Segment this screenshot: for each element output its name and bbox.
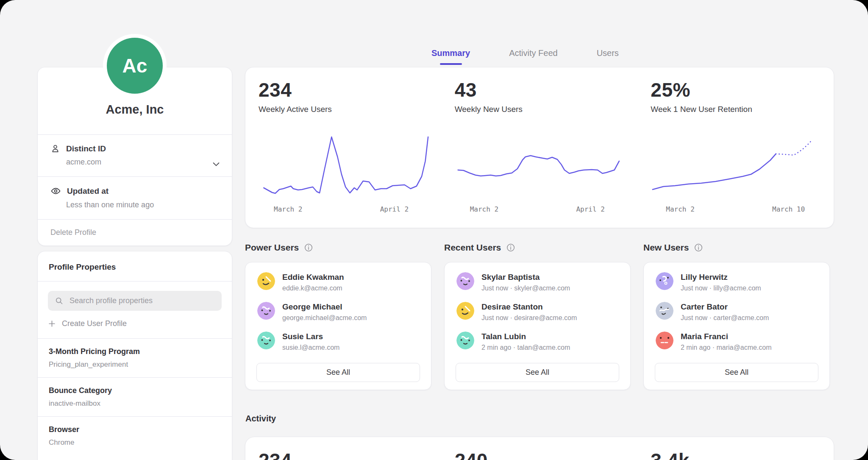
property-name: Browser (49, 425, 221, 434)
updated-at-value: Less than one minute ago (66, 201, 221, 209)
x-tick: March 2 (274, 205, 302, 213)
tab-activity-feed-label: Activity Feed (508, 47, 558, 60)
sparkline-weekly-active-users (259, 131, 430, 201)
user-name: Skylar Baptista (481, 272, 570, 282)
property-row[interactable]: Browser Chrome (38, 417, 232, 455)
user-row[interactable]: Maria Franci 2 min ago · maria@acme.com (644, 332, 829, 351)
user-detail: 2 min ago · talan@acme.com (481, 344, 570, 351)
user-detail: eddie.k@acme.com (282, 284, 344, 292)
user-name: Eddie Kwakman (282, 272, 344, 282)
see-all-button[interactable]: See All (655, 363, 818, 382)
chevron-down-icon[interactable] (211, 159, 221, 169)
summary-stats-card: 234 Weekly Active Users March 2 April 2 … (245, 67, 834, 228)
user-name: Talan Lubin (481, 332, 570, 341)
user-avatar-squiggle-face (456, 332, 474, 349)
tab-users-label: Users (596, 47, 620, 60)
user-avatar-wave-face (656, 302, 673, 320)
user-detail: susie.l@acme.com (282, 344, 339, 351)
eye-icon (50, 186, 61, 196)
user-detail: george.michael@acme.com (282, 314, 367, 322)
tab-users[interactable]: Users (596, 47, 620, 65)
x-tick: March 10 (772, 205, 805, 213)
company-avatar-initials: Ac (107, 38, 163, 94)
property-value: Chrome (49, 438, 221, 447)
property-row[interactable]: 3-Month Pricing Program Pricing_plan_exp… (38, 339, 232, 377)
updated-at-row: Updated at Less than one minute ago (38, 177, 232, 219)
user-name: Maria Franci (681, 332, 772, 341)
new-users-title: New Users (643, 243, 689, 253)
user-name: George Michael (282, 302, 367, 312)
activity-stat-value: 3.4k (651, 449, 834, 460)
info-icon[interactable] (506, 243, 515, 252)
stat-week1-retention: 25% Week 1 New User Retention March 2 Ma… (637, 67, 834, 228)
recent-users-card: Skylar Baptista Just now · skyler@acme.c… (444, 262, 631, 390)
user-row[interactable]: Talan Lubin 2 min ago · talan@acme.com (445, 332, 630, 351)
user-row[interactable]: Desirae Stanton Just now · desirare@acme… (445, 302, 630, 322)
stat-value: 25% (651, 78, 829, 101)
user-row[interactable]: Eddie Kwakman eddie.k@acme.com (245, 272, 431, 292)
stat-weekly-new-users: 43 Weekly New Users March 2 April 2 (442, 67, 638, 228)
tab-underline (522, 63, 544, 65)
stat-label: Weekly New Users (455, 105, 634, 114)
user-detail: Just now · lilly@acme.com (681, 284, 761, 292)
search-icon (55, 296, 64, 305)
user-name: Susie Lars (282, 332, 339, 341)
tab-summary-label: Summary (431, 47, 471, 60)
distinct-id-value: acme.com (66, 158, 221, 167)
distinct-id-label: Distinct ID (66, 144, 106, 153)
property-name: Bounce Category (49, 386, 221, 395)
info-icon[interactable] (304, 243, 313, 252)
new-users-card: Lilly Herwitz Just now · lilly@acme.com … (643, 262, 830, 390)
distinct-id-row[interactable]: Distinct ID acme.com (38, 135, 232, 176)
stat-value: 234 (259, 78, 437, 101)
x-tick: March 2 (470, 205, 498, 213)
user-avatar-squiggle-face (257, 302, 275, 320)
property-name: 3-Month Pricing Program (49, 347, 221, 356)
new-users-section: New Users Lilly Herwitz J (643, 243, 830, 390)
x-tick: April 2 (380, 205, 409, 213)
user-row[interactable]: George Michael george.michael@acme.com (245, 302, 431, 322)
user-row[interactable]: Carter Bator Just now · carter@acme.com (644, 302, 829, 322)
user-sections: Power Users Eddie Kwakman eddie.k@acme (245, 243, 830, 390)
stat-value: 43 (455, 78, 634, 101)
property-row[interactable]: Bounce Category inactive-mailbox (38, 378, 232, 416)
divider (38, 281, 232, 282)
active-tab-underline (440, 63, 462, 65)
user-name: Carter Bator (681, 302, 769, 312)
info-icon[interactable] (694, 243, 703, 252)
x-tick: April 2 (576, 205, 604, 213)
sparkline-week1-retention (651, 131, 822, 201)
user-name: Desirae Stanton (481, 302, 577, 312)
recent-users-title: Recent Users (444, 243, 501, 253)
see-all-button[interactable]: See All (256, 363, 420, 382)
user-row[interactable]: Susie Lars susie.l@acme.com (245, 332, 431, 351)
activity-card: 234 240 3.4k (245, 437, 834, 460)
profile-properties-title: Profile Properties (38, 251, 232, 281)
power-users-section: Power Users Eddie Kwakman eddie.k@acme (245, 243, 431, 390)
user-row[interactable]: Skylar Baptista Just now · skyler@acme.c… (445, 272, 630, 292)
search-profile-properties[interactable] (48, 291, 222, 311)
user-avatar-squiggle-face (257, 332, 275, 349)
user-detail: Just now · skyler@acme.com (481, 284, 570, 292)
user-row[interactable]: Lilly Herwitz Just now · lilly@acme.com (644, 272, 829, 292)
create-user-profile-button[interactable]: Create User Profile (48, 319, 222, 328)
create-user-profile-label: Create User Profile (62, 319, 127, 328)
profile-properties-card: Profile Properties Create User Profile 3… (37, 251, 232, 460)
tab-activity-feed[interactable]: Activity Feed (508, 47, 558, 65)
property-value: Pricing_plan_experiment (49, 360, 221, 369)
tab-bar: Summary Activity Feed Users (431, 47, 620, 65)
activity-stat-value: 234 (259, 449, 442, 460)
power-users-card: Eddie Kwakman eddie.k@acme.com George Mi… (245, 262, 431, 390)
activity-section-title: Activity (245, 414, 276, 424)
user-avatar-squiggle-face (456, 272, 474, 290)
sparkline-weekly-new-users (455, 131, 626, 201)
delete-profile-button[interactable]: Delete Profile (38, 220, 232, 245)
x-axis: March 2 March 10 (651, 205, 829, 216)
see-all-button[interactable]: See All (456, 363, 619, 382)
property-value: inactive-mailbox (49, 399, 221, 408)
user-avatar-wink-face (257, 272, 275, 290)
search-input[interactable] (69, 296, 215, 306)
activity-stat-value: 240 (455, 449, 638, 460)
tab-summary[interactable]: Summary (431, 47, 471, 65)
recent-users-section: Recent Users Skylar Baptista (444, 243, 631, 390)
